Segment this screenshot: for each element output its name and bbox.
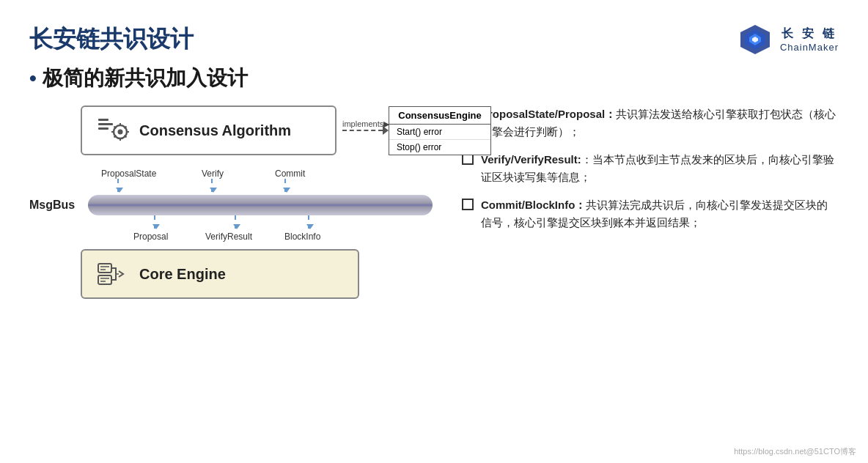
point-1-text: ProposalState/Proposal：共识算法发送给核心引擎获取打包状态… — [481, 105, 839, 141]
arrows-down-row — [81, 179, 359, 195]
point-1: ProposalState/Proposal：共识算法发送给核心引擎获取打包状态… — [462, 105, 839, 141]
msgbus-label: MsgBus — [29, 199, 81, 212]
impl-arrow-group: implements▶ — [342, 126, 389, 135]
logo-en: ChainMaker — [780, 42, 839, 53]
arrows-up-row — [81, 215, 359, 232]
right-panel: ProposalState/Proposal：共识算法发送给核心引擎获取打包状态… — [462, 105, 839, 242]
page-title: 长安链共识设计 — [29, 23, 194, 56]
arr-down-3 — [284, 179, 286, 192]
core-engine-icon — [97, 258, 129, 290]
point-3-text: Commit/BlockInfo：共识算法完成共识后，向核心引擎发送提交区块的信… — [481, 196, 839, 232]
arr-up-2 — [235, 215, 236, 229]
arr-up-3-head — [306, 224, 314, 229]
svg-rect-4 — [98, 119, 108, 121]
msgbus-pipe — [88, 195, 433, 215]
main-content: Consensus Algorithm implements▶ Consensu… — [29, 105, 839, 299]
consensus-algorithm-label: Consensus Algorithm — [139, 122, 291, 139]
point-2: Verify/VerifyResult:：当本节点收到主节点发来的区块后，向核心… — [462, 151, 839, 186]
arr-down-1 — [117, 179, 119, 192]
point-3-key: Commit/BlockInfo： — [481, 199, 586, 211]
point-2-key: Verify/VerifyResult: — [481, 153, 581, 166]
label-blockinfo: BlockInfo — [284, 232, 320, 242]
label-commit: Commit — [275, 168, 305, 179]
logo: 长 安 链 ChainMaker — [738, 22, 839, 57]
logo-text: 长 安 链 ChainMaker — [780, 26, 839, 53]
svg-rect-17 — [98, 264, 111, 273]
label-verifyresult: VerifyResult — [205, 232, 252, 242]
bottom-labels-row: Proposal VerifyResult BlockInfo — [81, 232, 359, 246]
diagram: Consensus Algorithm implements▶ Consensu… — [29, 105, 440, 299]
svg-rect-20 — [98, 275, 111, 284]
core-engine-box: Core Engine — [81, 249, 359, 299]
ca-row: Consensus Algorithm implements▶ Consensu… — [81, 105, 491, 155]
ce-title: ConsensusEngine — [389, 107, 490, 125]
settings-icon — [97, 114, 129, 147]
bullet-char: • — [29, 67, 37, 89]
consensus-engine-box: ConsensusEngine Start() error Stop() err… — [389, 106, 491, 155]
arr-up-3 — [308, 215, 309, 229]
slide: 长安链共识设计 长 安 链 ChainMaker •极简的新共识加入设计 — [0, 0, 868, 463]
point-2-text: Verify/VerifyResult:：当本节点收到主节点发来的区块后，向核心… — [481, 151, 839, 186]
consensus-algorithm-box: Consensus Algorithm — [81, 105, 336, 155]
impl-line: implements▶ — [342, 130, 383, 131]
arr-down-1-head — [116, 188, 123, 193]
arr-up-1 — [154, 215, 155, 229]
logo-cn: 长 安 链 — [781, 26, 838, 42]
msgbus-row: MsgBus — [29, 195, 440, 215]
ce-row-1: Start() error — [389, 125, 490, 140]
subtitle: •极简的新共识加入设计 — [29, 64, 839, 92]
arr-down-3-head — [283, 188, 290, 193]
core-engine-label: Core Engine — [139, 266, 226, 283]
arr-up-2-head — [233, 224, 240, 229]
header: 长安链共识设计 长 安 链 ChainMaker — [29, 22, 839, 57]
point-3-bullet — [462, 199, 474, 210]
top-labels-row: ProposalState Verify Commit — [81, 163, 359, 179]
label-verify: Verify — [202, 168, 224, 179]
point-1-key: ProposalState/Proposal： — [481, 108, 616, 120]
svg-rect-6 — [98, 127, 108, 130]
chainmaker-logo-icon — [738, 22, 773, 57]
svg-point-8 — [118, 130, 123, 135]
svg-rect-5 — [98, 123, 113, 125]
label-proposalstate: ProposalState — [101, 168, 156, 179]
arr-down-2 — [211, 179, 213, 192]
implements-section: implements▶ ConsensusEngine Start() erro… — [342, 106, 491, 155]
arr-down-2-head — [210, 188, 217, 193]
ce-row-2: Stop() error — [389, 140, 490, 155]
arr-up-1-head — [152, 224, 160, 229]
point-3: Commit/BlockInfo：共识算法完成共识后，向核心引擎发送提交区块的信… — [462, 196, 839, 232]
implements-text: implements▶ — [342, 119, 389, 129]
watermark: https://blog.csdn.net@51CTO博客 — [734, 446, 856, 457]
label-proposal: Proposal — [133, 232, 168, 242]
